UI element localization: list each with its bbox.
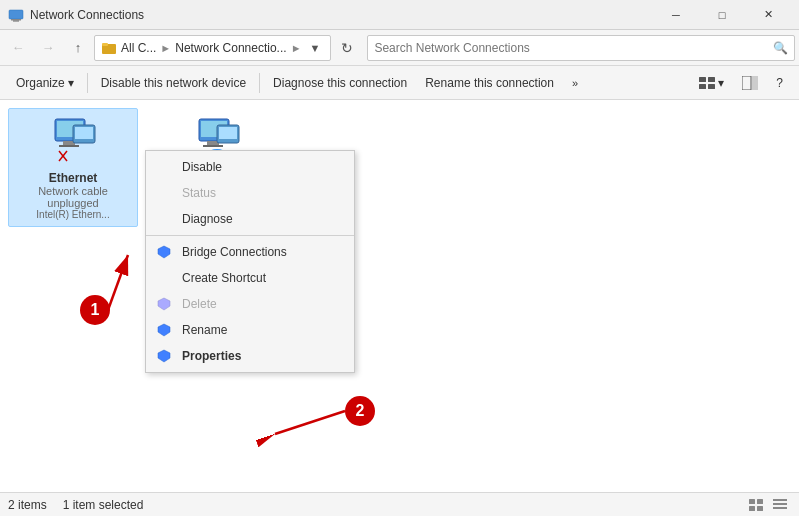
toolbar-separator-2 bbox=[259, 73, 260, 93]
ethernet-icon bbox=[47, 115, 99, 167]
svg-rect-2 bbox=[13, 20, 19, 21]
svg-rect-16 bbox=[75, 127, 93, 139]
svg-rect-5 bbox=[699, 77, 706, 82]
back-button[interactable]: ← bbox=[4, 34, 32, 62]
search-icon: 🔍 bbox=[773, 41, 788, 55]
svg-rect-30 bbox=[749, 499, 755, 504]
status-view-controls bbox=[745, 496, 791, 514]
shield-rename-icon bbox=[156, 322, 172, 338]
preview-icon bbox=[742, 76, 758, 90]
toolbar: Organize ▾ Disable this network device D… bbox=[0, 66, 799, 100]
large-icons-view-btn[interactable] bbox=[745, 496, 767, 514]
ctx-diagnose[interactable]: Diagnose bbox=[146, 206, 354, 232]
svg-rect-14 bbox=[59, 145, 79, 147]
svg-rect-34 bbox=[773, 499, 787, 501]
forward-button[interactable]: → bbox=[34, 34, 62, 62]
view-options-icon bbox=[699, 77, 715, 89]
svg-rect-9 bbox=[742, 76, 751, 90]
window-icon bbox=[8, 7, 24, 23]
large-icons-icon bbox=[749, 499, 763, 511]
items-count: 2 items bbox=[8, 498, 47, 512]
breadcrumb-allc: All C... bbox=[121, 41, 156, 55]
refresh-button[interactable]: ↻ bbox=[333, 34, 361, 62]
svg-rect-33 bbox=[757, 506, 763, 511]
svg-rect-0 bbox=[9, 10, 23, 19]
shield-properties-icon bbox=[156, 348, 172, 364]
svg-rect-35 bbox=[773, 503, 787, 505]
ctx-disable[interactable]: Disable bbox=[146, 154, 354, 180]
details-icon bbox=[773, 499, 787, 511]
annotation-circle-1: 1 bbox=[80, 295, 110, 325]
folder-icon bbox=[101, 40, 117, 56]
toolbar-separator-1 bbox=[87, 73, 88, 93]
ctx-properties[interactable]: Properties bbox=[146, 343, 354, 369]
svg-line-27 bbox=[108, 255, 128, 310]
main-content: Ethernet Network cable unplugged Intel(R… bbox=[0, 100, 799, 492]
details-view-btn[interactable] bbox=[769, 496, 791, 514]
svg-rect-32 bbox=[749, 506, 755, 511]
svg-rect-36 bbox=[773, 507, 787, 509]
preview-pane-button[interactable] bbox=[734, 70, 766, 96]
rename-connection-button[interactable]: Rename this connection bbox=[417, 70, 562, 96]
change-view-button[interactable]: ▾ bbox=[691, 70, 732, 96]
breadcrumb: All C... ► Network Connectio... ► ▼ bbox=[94, 35, 331, 61]
ctx-separator-1 bbox=[146, 235, 354, 236]
search-input[interactable] bbox=[374, 41, 773, 55]
close-button[interactable]: ✕ bbox=[745, 0, 791, 30]
ethernet-item[interactable]: Ethernet Network cable unplugged Intel(R… bbox=[8, 108, 138, 227]
window-controls: ─ □ ✕ bbox=[653, 0, 791, 30]
title-bar: Network Connections ─ □ ✕ bbox=[0, 0, 799, 30]
svg-rect-22 bbox=[203, 145, 223, 147]
ethernet-status: Network cable unplugged bbox=[15, 185, 131, 209]
status-bar: 2 items 1 item selected bbox=[0, 492, 799, 516]
svg-rect-10 bbox=[752, 76, 758, 90]
file-area: Ethernet Network cable unplugged Intel(R… bbox=[0, 100, 799, 492]
disable-network-button[interactable]: Disable this network device bbox=[93, 70, 254, 96]
ethernet-label: Ethernet bbox=[49, 171, 98, 185]
diagnose-connection-button[interactable]: Diagnose this connection bbox=[265, 70, 415, 96]
help-button[interactable]: ? bbox=[768, 70, 791, 96]
ctx-shortcut[interactable]: Create Shortcut bbox=[146, 265, 354, 291]
svg-rect-8 bbox=[708, 84, 715, 89]
ctx-status: Status bbox=[146, 180, 354, 206]
svg-rect-4 bbox=[102, 43, 108, 46]
svg-line-29 bbox=[275, 411, 345, 434]
ctx-bridge[interactable]: Bridge Connections bbox=[146, 239, 354, 265]
shield-delete-icon bbox=[156, 296, 172, 312]
ethernet-detail: Intel(R) Ethern... bbox=[36, 209, 109, 220]
context-menu: Disable Status Diagnose Bridge Connectio… bbox=[145, 150, 355, 373]
svg-rect-24 bbox=[219, 127, 237, 139]
annotation-circle-2: 2 bbox=[345, 396, 375, 426]
svg-rect-6 bbox=[708, 77, 715, 82]
up-button[interactable]: ↑ bbox=[64, 34, 92, 62]
status-info: 2 items 1 item selected bbox=[8, 498, 143, 512]
svg-rect-31 bbox=[757, 499, 763, 504]
svg-rect-7 bbox=[699, 84, 706, 89]
address-bar: ← → ↑ All C... ► Network Connectio... ► … bbox=[0, 30, 799, 66]
network-items-list: Ethernet Network cable unplugged Intel(R… bbox=[8, 108, 791, 227]
ctx-rename[interactable]: Rename bbox=[146, 317, 354, 343]
selected-count: 1 item selected bbox=[63, 498, 144, 512]
breadcrumb-dropdown[interactable]: ▼ bbox=[306, 40, 325, 56]
window-title: Network Connections bbox=[30, 8, 144, 22]
more-options-button[interactable]: » bbox=[564, 70, 586, 96]
shield-bridge-icon bbox=[156, 244, 172, 260]
breadcrumb-netconn: Network Connectio... bbox=[175, 41, 286, 55]
maximize-button[interactable]: □ bbox=[699, 0, 745, 30]
organize-button[interactable]: Organize ▾ bbox=[8, 70, 82, 96]
minimize-button[interactable]: ─ bbox=[653, 0, 699, 30]
svg-rect-1 bbox=[11, 19, 21, 21]
search-box: 🔍 bbox=[367, 35, 795, 61]
ctx-delete: Delete bbox=[146, 291, 354, 317]
